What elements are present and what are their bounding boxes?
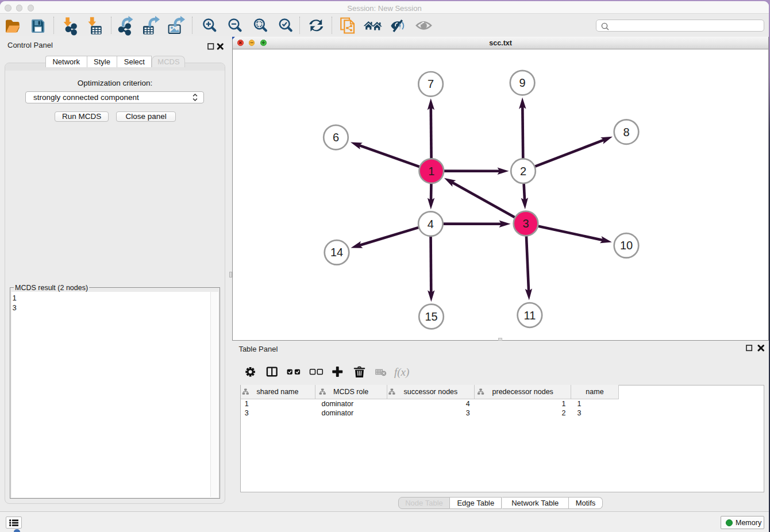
svg-text:3: 3 [522, 217, 529, 230]
svg-text:f(x): f(x) [394, 366, 409, 379]
svg-text:1: 1 [428, 165, 434, 178]
svg-text:4: 4 [428, 218, 434, 230]
svg-text:8: 8 [623, 126, 629, 138]
svg-text:11: 11 [524, 309, 536, 322]
svg-text:7: 7 [428, 78, 434, 90]
svg-text:2: 2 [520, 165, 526, 178]
svg-text:14: 14 [330, 246, 343, 259]
svg-text:9: 9 [519, 76, 526, 89]
svg-text:6: 6 [333, 131, 339, 144]
svg-text:15: 15 [425, 310, 437, 323]
svg-text:10: 10 [620, 239, 633, 252]
